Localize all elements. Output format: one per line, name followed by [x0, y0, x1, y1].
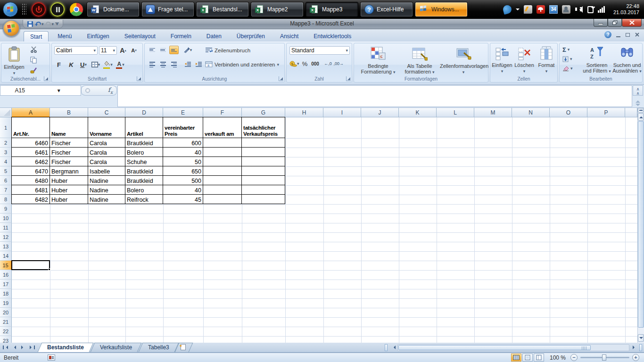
font-size-combo[interactable]: 11▾ — [99, 46, 117, 55]
borders-button[interactable]: ▾ — [91, 60, 100, 69]
accounting-format-button[interactable]: $▾ — [289, 59, 299, 68]
percent-style-button[interactable]: % — [300, 59, 310, 68]
insert-cells-button[interactable]: Einfügen▾ — [491, 45, 513, 74]
shrink-font-button[interactable]: A▾ — [129, 46, 139, 55]
row-header-9[interactable]: 9 — [0, 204, 12, 214]
messenger-icon[interactable] — [524, 5, 532, 14]
sheet-tab-tabelle3[interactable]: Tabelle3 — [140, 343, 177, 352]
cell-F7[interactable] — [203, 185, 242, 195]
increase-decimal-button[interactable]: ←,0 — [323, 59, 333, 68]
row-header-14[interactable]: 14 — [0, 251, 12, 261]
close-workbook-button[interactable] — [634, 31, 641, 38]
row-header-13[interactable]: 13 — [0, 242, 12, 251]
format-cells-button[interactable]: Format▾ — [536, 45, 557, 74]
format-painter-button[interactable] — [29, 66, 38, 74]
pause-app-icon[interactable] — [50, 2, 65, 16]
grow-font-button[interactable]: A▴ — [118, 46, 128, 55]
cut-button[interactable] — [29, 45, 38, 54]
cell-A6[interactable]: 6480 — [12, 176, 50, 185]
row-header-2[interactable]: 2 — [0, 138, 12, 148]
ribbon-tab-daten[interactable]: Daten — [200, 31, 228, 41]
first-sheet-button[interactable] — [1, 344, 9, 351]
cell-styles-button[interactable]: Zellenformatvorlagen▾ — [440, 45, 487, 75]
zoom-in-button[interactable]: + — [632, 354, 639, 361]
cell-F5[interactable] — [203, 166, 242, 176]
alignment-dialog-launcher[interactable] — [279, 76, 283, 81]
bottom-align-button[interactable] — [169, 46, 179, 54]
cell-D8[interactable]: Reifrock — [125, 195, 163, 204]
select-all-corner[interactable] — [0, 108, 12, 117]
qat-customize-button[interactable]: ▾ — [55, 23, 59, 25]
decrease-indent-button[interactable] — [183, 60, 192, 69]
minimize-workbook-button[interactable] — [615, 31, 622, 38]
cell-G6[interactable] — [242, 176, 285, 185]
number-dialog-launcher[interactable] — [346, 76, 351, 81]
scroll-down-button[interactable] — [638, 334, 644, 342]
ribbon-tab-entwicklertools[interactable]: Entwicklertools — [307, 31, 357, 41]
row-header-15[interactable]: 15 — [0, 261, 12, 270]
cell-D4[interactable]: Schuhe — [125, 157, 163, 166]
column-header-O[interactable]: O — [550, 108, 587, 117]
cell-D5[interactable]: Brautkleid — [125, 166, 163, 176]
align-left-button[interactable] — [148, 60, 157, 69]
horizontal-scrollbar[interactable] — [384, 343, 644, 353]
cell-F8[interactable] — [203, 195, 242, 204]
tray-chevron-icon[interactable] — [516, 8, 520, 12]
cell-F2[interactable] — [203, 138, 242, 148]
row-header-21[interactable]: 21 — [0, 317, 12, 327]
row-header-17[interactable]: 17 — [0, 280, 12, 289]
ribbon-tab--berpr-fen[interactable]: Überprüfen — [231, 31, 271, 41]
hscroll-right-button[interactable] — [631, 344, 638, 351]
insert-function-button[interactable]: fx — [81, 85, 117, 96]
cell-G7[interactable] — [242, 185, 285, 195]
cell-D7[interactable]: Bolero — [125, 185, 163, 195]
cell-F1[interactable]: verkauft am — [203, 117, 242, 138]
zoom-slider-thumb[interactable] — [602, 354, 606, 361]
cell-C1[interactable]: Vorname — [88, 117, 125, 138]
column-header-J[interactable]: J — [361, 108, 399, 117]
cell-E3[interactable]: 40 — [163, 148, 203, 157]
cell-A5[interactable]: 6470 — [12, 166, 50, 176]
delete-cells-button[interactable]: Löschen▾ — [513, 45, 535, 74]
cell-B5[interactable]: Bergmann — [50, 166, 88, 176]
cell-A4[interactable]: 6462 — [12, 157, 50, 166]
cell-B4[interactable]: Fischer — [50, 157, 88, 166]
cell-A2[interactable]: 6460 — [12, 138, 50, 148]
column-header-F[interactable]: F — [203, 108, 242, 117]
safely-remove-icon[interactable] — [587, 6, 594, 13]
cell-G3[interactable] — [242, 148, 285, 157]
avira-icon[interactable] — [537, 5, 545, 14]
zoom-level-text[interactable]: 100 % — [550, 354, 566, 361]
clear-button[interactable]: ▾ — [562, 64, 573, 73]
paste-button[interactable]: Einfügen▾ — [2, 45, 26, 76]
taskbar-button-dokume-[interactable]: WDokume... — [87, 2, 140, 17]
last-sheet-button[interactable] — [28, 344, 36, 351]
volume-icon[interactable] — [575, 5, 583, 14]
top-align-button[interactable] — [148, 46, 157, 54]
cell-D6[interactable]: Brautkleid — [125, 176, 163, 185]
hscroll-track[interactable] — [397, 344, 629, 351]
cell-B3[interactable]: Fischer — [50, 148, 88, 157]
row-header-8[interactable]: 8 — [0, 195, 12, 204]
format-as-table-button[interactable]: Als Tabelleformatieren ▾ — [401, 45, 438, 75]
cell-B6[interactable]: Huber — [50, 176, 88, 185]
column-header-E[interactable]: E — [163, 108, 203, 117]
cell-B2[interactable]: Fischer — [50, 138, 88, 148]
vertical-scrollbar[interactable] — [637, 108, 644, 343]
fill-button[interactable]: ▾ — [562, 55, 573, 63]
selected-cell-A15[interactable] — [11, 260, 50, 270]
ribbon-tab-seitenlayout[interactable]: Seitenlayout — [118, 31, 162, 41]
cell-A7[interactable]: 6481 — [12, 185, 50, 195]
redo-button[interactable]: ▾ — [45, 21, 54, 27]
close-window-button[interactable] — [622, 19, 642, 27]
sort-filter-button[interactable]: AZ Sortierenund Filtern ▾ — [582, 45, 611, 74]
font-color-button[interactable]: A▾ — [116, 60, 125, 69]
cell-G2[interactable] — [242, 138, 285, 148]
page-break-view-button[interactable] — [534, 354, 544, 362]
number-format-combo[interactable]: Standard▾ — [289, 46, 350, 55]
next-sheet-button[interactable] — [19, 344, 27, 351]
align-right-button[interactable] — [169, 60, 179, 69]
row-header-18[interactable]: 18 — [0, 289, 12, 298]
network-signal-icon[interactable] — [598, 5, 606, 14]
vertical-split-handle[interactable] — [638, 108, 644, 113]
